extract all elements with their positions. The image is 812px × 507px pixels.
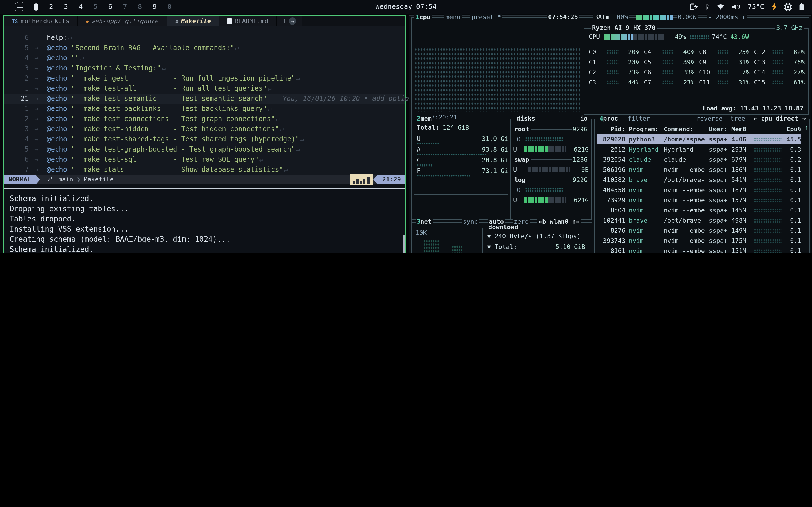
editor-line[interactable]: 7→@echo " make stats - Show database sta… bbox=[4, 165, 405, 175]
editor-line[interactable]: 1→@echo " make test-all - Run all test q… bbox=[4, 83, 405, 94]
disk-rows: root929GIOU621Gswap128GU0Blog929GIOU621G bbox=[513, 124, 589, 205]
tab-overflow[interactable]: 1→ bbox=[276, 16, 302, 26]
terminal-line: Installing VSS extension... bbox=[10, 224, 402, 234]
cpu-model: Ryzen AI 9 HX 370 bbox=[591, 24, 657, 32]
process-row[interactable]: 829628python3/home/sspaesspa+4.0G45.5 bbox=[597, 134, 801, 144]
terminal-line: Creating schema (model: BAAI/bge-m3, dim… bbox=[10, 234, 402, 244]
cpu-frequency: 3.7 GHz bbox=[775, 24, 804, 32]
editor-line[interactable]: 6 help:↵ bbox=[4, 33, 405, 43]
proc-reverse-button[interactable]: reverse bbox=[695, 115, 724, 123]
core-grid: C020%C123%C273%C344%C440%C539%C633%C723%… bbox=[589, 47, 805, 87]
process-row[interactable]: 8276nvimnvim --embesspa+149M0.1 bbox=[597, 225, 801, 235]
btop-preset-button[interactable]: preset * bbox=[470, 13, 502, 21]
git-icon: ◆ bbox=[86, 18, 89, 24]
editor-line[interactable]: 3→@echo " make test-hidden - Test hidden… bbox=[4, 124, 405, 134]
process-row[interactable]: 73929nvimnvim --embesspa+157M0.1 bbox=[597, 195, 801, 205]
process-row[interactable]: 393743nvimnvim --embesspa+175M0.1 bbox=[597, 235, 801, 245]
core-row: C020% bbox=[589, 47, 640, 57]
line-number: 6 bbox=[4, 156, 35, 163]
editor-line[interactable]: 6→@echo " make test-sql - Test raw SQL q… bbox=[4, 154, 405, 165]
markdown-icon bbox=[227, 18, 232, 24]
battery-meter bbox=[636, 15, 673, 22]
editor-line[interactable]: 2→@echo " make test-connections - Test g… bbox=[4, 114, 405, 124]
statusline-separator bbox=[373, 174, 378, 184]
memory-row: A93.8 Gi bbox=[417, 146, 508, 157]
core-row: C1282% bbox=[754, 47, 805, 57]
top-bar: 234567890 Wednesday 07:54 ᛒ 75°C bbox=[0, 0, 812, 13]
proc-panel-title[interactable]: 4proc bbox=[598, 115, 619, 123]
btop-outer-border: 1cpu menu preset * 07:54:25 BAT▪ 100% 0.… bbox=[411, 17, 809, 253]
line-number: 1 bbox=[4, 105, 35, 113]
process-table[interactable]: 829628python3/home/sspaesspa+4.0G45.5261… bbox=[597, 134, 801, 253]
editor-line[interactable]: 3→@echo "Ingestion & Testing:"↵ bbox=[4, 63, 405, 73]
core-row: C344% bbox=[589, 77, 640, 87]
net-scale-top: 10K bbox=[416, 229, 427, 237]
core-row: C123% bbox=[589, 57, 640, 67]
editor-line[interactable]: 4→@echo ""↵ bbox=[4, 53, 405, 63]
line-number: 1 bbox=[4, 84, 35, 93]
git-branch-name: main bbox=[58, 176, 73, 183]
proc-filter-button[interactable]: filter bbox=[626, 115, 651, 123]
line-number: 5 bbox=[4, 44, 35, 52]
tab-motherduck.ts[interactable]: TSmotherduck.ts bbox=[4, 16, 78, 26]
pane-divider[interactable] bbox=[4, 187, 405, 189]
process-row[interactable]: 410582brave/opt/brave-sspa+541M0.1 bbox=[597, 175, 801, 185]
editor-line[interactable]: 1→@echo " make test-backlinks - Test bac… bbox=[4, 104, 405, 114]
scrollbar-thumb[interactable] bbox=[403, 235, 405, 253]
core-row: C723% bbox=[644, 77, 695, 87]
net-panel-title[interactable]: 3net bbox=[416, 218, 433, 226]
proc-sort-control[interactable]: ← cpu direct → bbox=[753, 115, 807, 123]
disks-panel-title[interactable]: disks bbox=[515, 115, 536, 123]
line-number: 6 bbox=[4, 34, 35, 42]
vim-mode-indicator: NORMAL bbox=[4, 175, 36, 184]
breadcrumb-chevron: ❯ bbox=[77, 176, 80, 183]
btop-menu-button[interactable]: menu bbox=[444, 13, 462, 21]
load-average: Load avg: 13.43 13.23 10.87 bbox=[703, 105, 804, 112]
disks-io-toggle[interactable]: io bbox=[579, 115, 589, 123]
editor-statusline: NORMAL ⎇ main ❯ Makefile 21:29 bbox=[4, 175, 405, 184]
editor-line[interactable]: 5→@echo " make test-graph-boosted - Test… bbox=[4, 144, 405, 154]
btop-tab-cpu[interactable]: 1cpu bbox=[414, 13, 432, 21]
net-rates-box: download ▼ 240 Byte/s (1.87 Kibps) ▼ Tot… bbox=[482, 228, 591, 253]
process-row[interactable]: 2612HyprlandHyprland --sspa+293M0.3 bbox=[597, 144, 801, 154]
tab-web-app/.gitignore[interactable]: ◆web-app/.gitignore bbox=[78, 16, 167, 26]
clock-date: Wednesday 07:54 bbox=[0, 3, 812, 11]
process-row[interactable]: 392054claudeclaudesspa+679M0.2 bbox=[597, 154, 801, 165]
editor-line[interactable]: 5→@echo "Second Brain RAG - Available co… bbox=[4, 43, 405, 53]
core-row: C1131% bbox=[699, 77, 750, 87]
terminal-line: Schema initialized. bbox=[10, 193, 402, 203]
editor-line[interactable]: 4→@echo " make test-shared-tags - Test s… bbox=[4, 134, 405, 144]
tab-label: web-app/.gitignore bbox=[92, 17, 159, 25]
core-row: C440% bbox=[644, 47, 695, 57]
editor-buffer[interactable]: 6 help:↵5→@echo "Second Brain RAG - Avai… bbox=[4, 26, 405, 181]
download-rate: ▼ 240 Byte/s (1.87 Kibps) bbox=[487, 233, 580, 240]
tab-Makefile[interactable]: ⚙Makefile bbox=[167, 16, 219, 26]
core-row: C273% bbox=[589, 67, 640, 77]
terminal-output-pane[interactable]: Schema initialized.Dropping existing tab… bbox=[10, 193, 402, 253]
process-row[interactable]: 102441brave/opt/brave-sspa+498M0.1 bbox=[597, 215, 801, 225]
proc-header[interactable]: Pid: Program: Command: User: MemB Cpu% bbox=[597, 124, 801, 134]
cpu-usage: 49% bbox=[665, 33, 686, 41]
memory-row: C20.8 Gi bbox=[417, 157, 508, 167]
editor-line[interactable]: 2→@echo " make ingest - Run full ingesti… bbox=[4, 73, 405, 83]
editor-line[interactable]: 21→@echo " make test-semantic - Test sem… bbox=[4, 94, 405, 104]
process-row[interactable]: 8161nvimnvim --embesspa+151M0.1 bbox=[597, 245, 801, 253]
net-interface[interactable]: ←b wlan0 n→ bbox=[538, 218, 581, 226]
proc-scroll-up[interactable]: ↑ bbox=[804, 124, 808, 131]
core-row: C931% bbox=[699, 57, 750, 67]
git-blame-annotation: You, 16/01/26 10:20 • add option t bbox=[283, 95, 421, 103]
net-sync-toggle[interactable]: sync bbox=[462, 218, 479, 226]
memory-row: U31.0 Gi bbox=[417, 135, 508, 146]
tab-README.md[interactable]: README.md bbox=[219, 16, 276, 26]
process-row[interactable]: 506196nvimnvim --embesspa+186M0.1 bbox=[597, 165, 801, 175]
editor-tabline[interactable]: TSmotherduck.ts◆web-app/.gitignore⚙Makef… bbox=[4, 16, 405, 26]
cpu-watts: 43.6W bbox=[730, 33, 749, 41]
refresh-interval-control[interactable]: - 2000ms + bbox=[707, 13, 747, 21]
process-row[interactable]: 404558nvimnvim --embesspa+187M0.1 bbox=[597, 185, 801, 195]
memory-panel-title[interactable]: 2mem bbox=[416, 115, 433, 123]
network-panel: 3net sync auto zero ←b wlan0 n→ 10K 10K … bbox=[412, 222, 592, 253]
line-number: 2 bbox=[4, 74, 35, 82]
makefile-icon: ⚙ bbox=[175, 18, 178, 24]
process-row[interactable]: 8504nvimnvim --embesspa+145M0.1 bbox=[597, 205, 801, 215]
proc-tree-button[interactable]: tree bbox=[729, 115, 746, 123]
